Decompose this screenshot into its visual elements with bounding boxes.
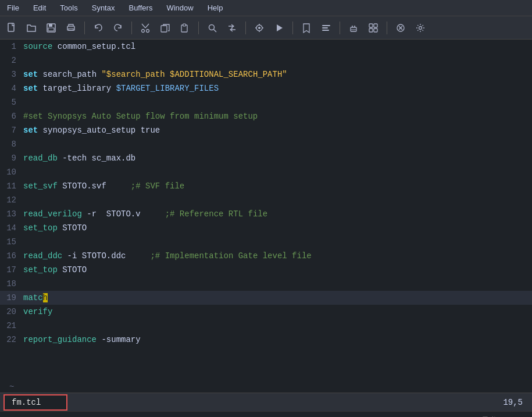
- line-content[interactable]: [23, 95, 532, 109]
- replace-btn[interactable]: [224, 20, 240, 36]
- line-content[interactable]: set_svf STOTO.svf ;# SVF file: [23, 179, 532, 193]
- bottom-bar: CSDN 晨曦backend: [0, 411, 532, 417]
- nav-btn[interactable]: [318, 20, 334, 36]
- menu-edit[interactable]: Edit: [31, 2, 48, 13]
- line-content[interactable]: [23, 137, 532, 151]
- line-content[interactable]: source common_setup.tcl: [23, 40, 532, 54]
- menubar: File Edit Tools Syntax Buffers Window He…: [0, 0, 532, 16]
- status-bar: fm.tcl 19,5: [0, 393, 532, 411]
- svg-rect-12: [183, 24, 185, 26]
- svg-point-16: [258, 27, 260, 29]
- svg-point-6: [142, 29, 145, 32]
- line-content[interactable]: read_ddc -i STOTO.ddc ;# Implementation …: [23, 249, 532, 263]
- cursor-char: h: [43, 293, 48, 302]
- line-11: 11set_svf STOTO.svf ;# SVF file: [0, 179, 532, 193]
- line-13: 13read_verilog -r STOTO.v ;# Reference R…: [0, 207, 532, 221]
- token-plain: synopsys_auto_setup true: [38, 126, 160, 135]
- line-content[interactable]: [23, 277, 532, 291]
- line-content[interactable]: set_top STOTO: [23, 221, 532, 235]
- line-number: 4: [0, 81, 23, 95]
- line-content[interactable]: [23, 193, 532, 207]
- line-17: 17set_top STOTO: [0, 263, 532, 277]
- find-btn[interactable]: [204, 20, 220, 36]
- save-btn[interactable]: [43, 20, 59, 36]
- svg-rect-31: [369, 28, 373, 32]
- line-1: 1source common_setup.tcl: [0, 40, 532, 54]
- filename-box: fm.tcl: [3, 394, 67, 411]
- redo-btn[interactable]: [110, 20, 126, 36]
- line-content[interactable]: verify: [23, 305, 532, 319]
- menu-buffers[interactable]: Buffers: [126, 2, 155, 13]
- line-content[interactable]: set_top STOTO: [23, 263, 532, 277]
- line-2: 2: [0, 54, 532, 67]
- line-number: 15: [0, 235, 23, 249]
- line-22: 22report_guidance -summary: [0, 333, 532, 347]
- line-content[interactable]: set search_path "$search_path $ADDITIONA…: [23, 67, 532, 81]
- token-plain: -i STOTO.ddc: [62, 251, 150, 261]
- line-7: 7set synopsys_auto_setup true: [0, 123, 532, 137]
- sep5: [292, 22, 293, 34]
- token-kw2: set_top: [23, 223, 58, 233]
- line-number: 18: [0, 277, 23, 291]
- line-6: 6#set Synopsys Auto Setup flow from mini…: [0, 109, 532, 123]
- build-btn[interactable]: [251, 20, 267, 36]
- undo-btn[interactable]: [90, 20, 106, 36]
- line-8: 8: [0, 137, 532, 151]
- line-content[interactable]: [23, 54, 532, 67]
- token-comment: ;# Reference RTL file: [165, 209, 267, 219]
- line-number: 13: [0, 207, 23, 221]
- line-number: 11: [0, 179, 23, 193]
- line-content[interactable]: read_db -tech sc_max.db: [23, 151, 532, 165]
- token-plain: STOTO: [58, 223, 87, 233]
- line-content[interactable]: read_verilog -r STOTO.v ;# Reference RTL…: [23, 207, 532, 221]
- line-content[interactable]: match: [23, 291, 532, 305]
- new-file-btn[interactable]: [3, 20, 20, 36]
- tilde-indicator: ~: [0, 381, 532, 393]
- editor[interactable]: 1source common_setup.tcl2 3set search_pa…: [0, 40, 532, 381]
- line-number: 2: [0, 54, 23, 67]
- line-number: 16: [0, 249, 23, 263]
- line-content[interactable]: set synopsys_auto_setup true: [23, 123, 532, 137]
- print-btn[interactable]: [63, 20, 79, 36]
- paste-btn[interactable]: [177, 20, 193, 36]
- line-14: 14set_top STOTO: [0, 221, 532, 235]
- line-9: 9read_db -tech sc_max.db: [0, 151, 532, 165]
- sep2: [131, 22, 132, 34]
- line-content[interactable]: #set Synopsys Auto Setup flow from minim…: [23, 109, 532, 123]
- open-btn[interactable]: [23, 20, 40, 36]
- bookmark-btn[interactable]: [298, 20, 315, 36]
- line-content[interactable]: [23, 235, 532, 249]
- svg-marker-21: [277, 24, 283, 31]
- svg-rect-22: [322, 25, 330, 26]
- plugin-btn[interactable]: [345, 20, 362, 36]
- token-comment: ;# Implementation Gate level file: [150, 251, 311, 261]
- menu-file[interactable]: File: [5, 2, 22, 13]
- copy-btn[interactable]: [157, 20, 173, 36]
- token-plain: common_setup.tcl: [52, 42, 135, 51]
- menu-syntax[interactable]: Syntax: [90, 2, 117, 13]
- menu-tools[interactable]: Tools: [58, 2, 80, 13]
- close-file-btn[interactable]: [392, 20, 409, 36]
- svg-rect-0: [8, 23, 14, 31]
- menu-help[interactable]: Help: [205, 2, 226, 13]
- line-number: 12: [0, 193, 23, 207]
- token-kw2: read_verilog: [23, 209, 82, 219]
- svg-point-7: [147, 29, 149, 32]
- token-str: "$search_path $ADDITIONAL_SEARCH_PATH": [101, 70, 287, 79]
- line-21: 21: [0, 319, 532, 333]
- line-content[interactable]: [23, 165, 532, 179]
- svg-rect-23: [322, 27, 328, 28]
- menu-window[interactable]: Window: [164, 2, 195, 13]
- run-btn[interactable]: [271, 20, 287, 36]
- svg-line-8: [142, 24, 145, 28]
- line-content[interactable]: report_guidance -summary: [23, 333, 532, 347]
- cut-btn[interactable]: [137, 20, 153, 36]
- line-number: 3: [0, 67, 23, 81]
- settings-btn[interactable]: [412, 20, 429, 36]
- svg-rect-2: [49, 24, 52, 27]
- line-content[interactable]: [23, 319, 532, 333]
- line-content[interactable]: set target_library $TARGET_LIBRARY_FILES: [23, 81, 532, 95]
- extra-btn[interactable]: [365, 20, 381, 36]
- line-4: 4set target_library $TARGET_LIBRARY_FILE…: [0, 81, 532, 95]
- svg-line-9: [145, 24, 149, 28]
